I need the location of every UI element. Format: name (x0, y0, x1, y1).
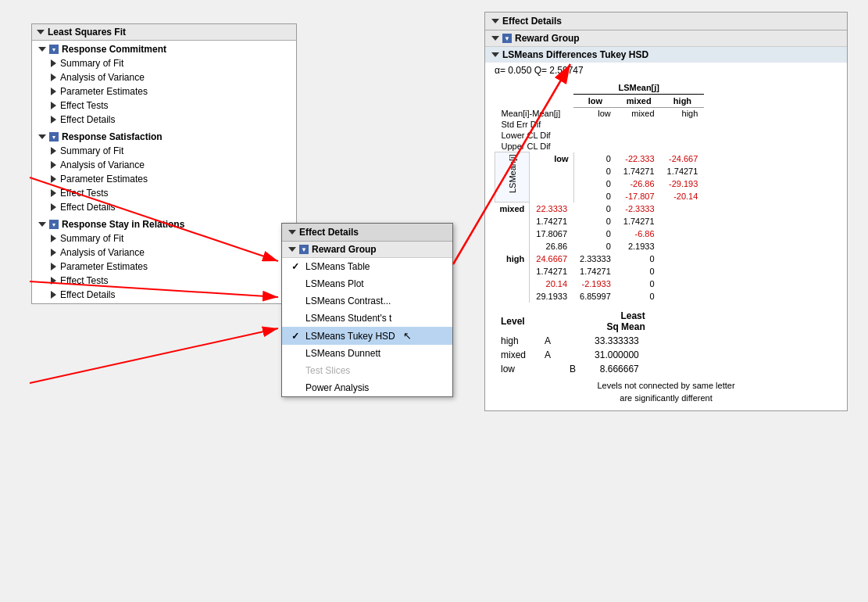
menu-lsmeans-dunnett-label: LSMeans Dunnett (305, 348, 380, 359)
bottom-letter-low: B (563, 362, 588, 376)
satisfaction-param-est[interactable]: Parameter Estimates (32, 172, 296, 186)
section-satisfaction-label: Response Satisfaction (62, 131, 163, 142)
section-stay: ▼ Response Stay in Relations Summary of … (32, 216, 296, 303)
menu-test-slices-label: Test Slices (305, 365, 350, 376)
lsmeans-collapse-icon (491, 52, 499, 57)
section-dropdown-icon: ▼ (49, 132, 59, 142)
menu-lsmeans-tukey[interactable]: LSMeans Tukey HSD ↖ (282, 327, 452, 345)
bottom-letter-mixed: A (538, 348, 563, 362)
bottom-row-high: high A 33.333333 (495, 334, 652, 348)
alpha-line: α= 0.050 Q= 2.59747 (485, 63, 847, 78)
section-satisfaction: ▼ Response Satisfaction Summary of Fit A… (32, 128, 296, 216)
collapse-icon (288, 230, 296, 235)
collapse-icon[interactable] (37, 30, 45, 34)
lsmeans-title-header: LSMeans Differences Tukey HSD (485, 46, 847, 63)
commitment-anova[interactable]: Analysis of Variance (32, 70, 296, 84)
expand-icon (51, 189, 56, 197)
satisfaction-summary-fit[interactable]: Summary of Fit (32, 144, 296, 158)
bottom-level-low: low (495, 362, 538, 376)
expand-icon (51, 88, 56, 95)
expand-icon (51, 263, 56, 271)
section-stay-header[interactable]: ▼ Response Stay in Relations (32, 217, 296, 231)
alpha-value: α= 0.050 Q= 2.59747 (495, 65, 584, 76)
expand-icon (51, 102, 56, 109)
menu-lsmeans-contrast[interactable]: LSMeans Contrast... (282, 292, 452, 310)
expand-icon (51, 203, 56, 211)
row-group-lsmean: LSMean[i] (495, 152, 530, 202)
expand-icon (51, 147, 56, 155)
menu-power-analysis[interactable]: Power Analysis (282, 379, 452, 396)
bottom-sqmean-low: 8.666667 (588, 362, 652, 376)
commitment-effect-tests[interactable]: Effect Tests (32, 99, 296, 113)
lsmeans-title-text: LSMeans Differences Tukey HSD (502, 49, 648, 60)
lsmeans-table: LSMean[j] low mixed high Mean[i]-Mean[j]… (495, 81, 704, 303)
bottom-note1: Levels not connected by same letter (485, 379, 847, 392)
satisfaction-effect-tests[interactable]: Effect Tests (32, 186, 296, 200)
satisfaction-anova[interactable]: Analysis of Variance (32, 158, 296, 172)
col-high: high (661, 95, 705, 108)
middle-panel-title: Effect Details (282, 224, 452, 242)
commitment-summary-fit[interactable]: Summary of Fit (32, 56, 296, 70)
expand-icon (51, 249, 56, 256)
menu-lsmeans-plot-label: LSMeans Plot (305, 278, 364, 289)
subsection-dropdown-icon: ▼ (502, 34, 512, 43)
section-collapse-icon (38, 222, 46, 227)
expand-icon (51, 161, 56, 169)
subsection-collapse-icon (288, 247, 296, 252)
col-low: low (573, 95, 617, 108)
menu-power-analysis-label: Power Analysis (305, 382, 369, 393)
subsection-dropdown-icon: ▼ (299, 245, 309, 254)
bottom-section: Level LeastSq Mean high A 33.333333 mixe… (485, 309, 847, 410)
menu-lsmeans-table[interactable]: LSMeans Table (282, 258, 452, 275)
stay-anova[interactable]: Analysis of Variance (32, 245, 296, 260)
expand-icon (51, 73, 56, 81)
bottom-sqmean-mixed: 31.000000 (588, 348, 652, 362)
menu-lsmeans-plot[interactable]: LSMeans Plot (282, 275, 452, 292)
expand-icon (51, 291, 56, 299)
arrow-stay (30, 328, 278, 383)
menu-lsmeans-student[interactable]: LSMeans Student's t (282, 310, 452, 327)
commitment-effect-details[interactable]: Effect Details (32, 113, 296, 127)
menu-test-slices: Test Slices (282, 362, 452, 379)
menu-lsmeans-tukey-label: LSMeans Tukey HSD (305, 331, 395, 342)
expand-icon (51, 235, 56, 242)
cursor-icon: ↖ (403, 330, 412, 342)
right-subsection1-header: ▼ Reward Group (485, 30, 847, 46)
bottom-note2: are significantly different (485, 392, 847, 404)
row-label-low: low (530, 152, 573, 202)
left-panel: Least Squares Fit ▼ Response Commitment … (31, 23, 297, 304)
stay-summary-fit[interactable]: Summary of Fit (32, 231, 296, 245)
expand-icon (51, 59, 56, 67)
section-stay-label: Response Stay in Relations (62, 219, 184, 230)
middle-subsection-header: ▼ Reward Group (282, 242, 452, 258)
stay-param-est[interactable]: Parameter Estimates (32, 260, 296, 274)
row-label-high: high (495, 253, 530, 303)
section-collapse-icon (38, 134, 46, 139)
section-satisfaction-header[interactable]: ▼ Response Satisfaction (32, 130, 296, 144)
menu-lsmeans-dunnett[interactable]: LSMeans Dunnett (282, 345, 452, 362)
right-subsection1-label: Reward Group (515, 33, 580, 44)
subsection-collapse-icon (491, 36, 499, 41)
expand-icon (51, 116, 56, 124)
row-label-mixed: mixed (495, 202, 530, 253)
stay-effect-details[interactable]: Effect Details (32, 288, 296, 302)
section-commitment-label: Response Commitment (62, 44, 166, 55)
middle-panel-title-text: Effect Details (299, 227, 359, 238)
section-commitment-header[interactable]: ▼ Response Commitment (32, 42, 296, 56)
commitment-param-est[interactable]: Parameter Estimates (32, 84, 296, 99)
section-dropdown-icon: ▼ (49, 45, 59, 54)
middle-subsection-label: Reward Group (312, 244, 377, 255)
collapse-icon (491, 19, 499, 23)
bottom-col-header: LeastSq Mean (588, 309, 652, 334)
section-collapse-icon (38, 47, 46, 52)
right-panel: Effect Details ▼ Reward Group LSMeans Di… (484, 12, 848, 411)
section-dropdown-icon: ▼ (49, 220, 59, 229)
col-mixed: mixed (617, 95, 661, 108)
section-commitment: ▼ Response Commitment Summary of Fit Ana… (32, 41, 296, 128)
bottom-sqmean-high: 33.333333 (588, 334, 652, 348)
left-panel-title: Least Squares Fit (32, 24, 296, 41)
menu-lsmeans-contrast-label: LSMeans Contrast... (305, 296, 391, 306)
stay-effect-tests[interactable]: Effect Tests (32, 274, 296, 288)
satisfaction-effect-details[interactable]: Effect Details (32, 200, 296, 214)
bottom-level-high: high (495, 334, 538, 348)
